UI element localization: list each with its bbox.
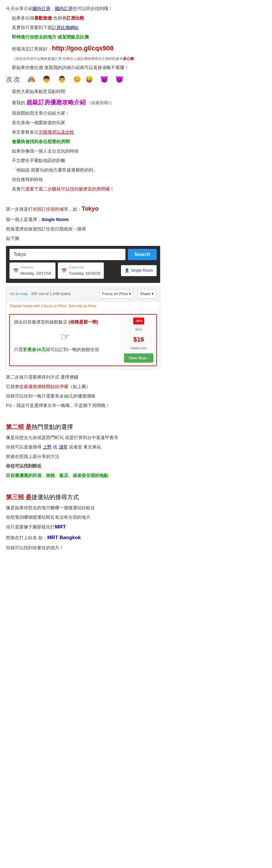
step2-p1: 第二步就只需要將排列方式 選擇價錢 — [6, 373, 266, 381]
p7: 當然大家如果願意花點時間 — [12, 87, 266, 95]
checkout-calendar-icon: 📅 — [61, 267, 67, 275]
search-row2: 📅 Check-in Monday, 10/17/16 📅 Check-out … — [9, 262, 157, 279]
old-price: $52 — [135, 326, 142, 333]
p11: 肯定要教各位怎樣搜尋以及比較 — [12, 128, 266, 136]
tip2-number: 第二招 是 — [6, 424, 31, 430]
focus-chevron-icon: ▾ — [129, 290, 131, 297]
search-widget: Search 📅 Check-in Monday, 10/17/16 📅 Che… — [6, 246, 160, 283]
hotels-toolbar: Go to map 587 out of 1,439 hotels Focus … — [6, 287, 160, 301]
hotel-price-green: 美金16元 — [27, 347, 46, 352]
tip2-p1: 像是你想去九份或是西門町玩 或是打算到台中逛逢甲夜市 — [6, 433, 266, 441]
step2-price: 16 — [64, 394, 69, 398]
price-source: Hotels.com — [131, 345, 147, 351]
p5-pain: 多心痛 — [123, 57, 134, 61]
p14: 不怎麼在乎重點地區的距離 — [12, 156, 266, 164]
p1: 如果各位很喜歡旅遊 也很會訂房比較 — [12, 14, 266, 22]
popular-note: Popular hotels with a focus on Price. So… — [6, 301, 160, 311]
tip2-p3: 然後在照我上面分享的方法 — [6, 453, 266, 460]
tip3-p2: 你想查詢哪個捷運站附近有沒有住宿的地方 — [6, 513, 266, 521]
tip3-title: 第三招 是捷運站的搜尋方式 — [6, 492, 266, 502]
hotel-count: 587 out of 1,439 hotels — [31, 290, 96, 297]
tip3-p5: 你就可以找到你要住的地方！ — [6, 544, 266, 552]
room-type-box[interactable]: 👤 Single Room — [121, 265, 157, 276]
p8-note: （很厲害哦!!） — [87, 100, 114, 105]
person-icon: 👤 — [125, 267, 129, 274]
p3: 即時進行你想去的地方 或某間飯店比價 — [12, 33, 266, 41]
hotel-desc: 只需要美金16元就可以訂到一晚的旅館住宿 — [14, 346, 116, 353]
hotels-panel: Go to map 587 out of 1,439 hotels Focus … — [6, 286, 160, 369]
share-chevron-icon: ▾ — [152, 290, 154, 297]
step1-intro: 第一步就是打你預訂住宿的城市，如：Tokyo — [6, 203, 266, 214]
view-deal-arrow-icon: › — [148, 356, 149, 360]
step1-single-room: Single Room — [42, 217, 69, 222]
checkout-info: Check-out Tuesday, 10/18/16 — [69, 265, 100, 277]
new-price: $16 — [133, 334, 144, 345]
step1-caption: 如下圖 — [6, 234, 266, 242]
search-row1: Search — [9, 249, 157, 260]
checkin-calendar-icon: 📅 — [13, 267, 19, 275]
step2-ps: PS：我這可是選擇東京市一晚哦，不是鄉下房間哦！ — [6, 401, 266, 409]
tip3-mrt-bangkok: MRT Bangkok — [47, 535, 81, 540]
step1-room: 我一個人是選擇：Single Room — [6, 215, 266, 223]
tip2-green: 目前最優惠的民宿、旅館、飯店、或者是住宿的地點 — [6, 473, 108, 478]
checkin-label: Check-in — [21, 265, 51, 270]
p11-red: 怎樣搜尋以及比較 — [38, 129, 74, 134]
step1-city-label: 你預訂住宿的城市 — [33, 207, 68, 212]
room-type-label: Single Room — [131, 267, 153, 274]
booking-site-link[interactable]: 訂房比價網站 — [52, 25, 79, 30]
p12: 會最快速找到各位想要的房間 — [12, 137, 266, 146]
p2: 其實你只需要到下面訂房比價網站 — [12, 23, 266, 31]
tip3-mrt: MRT — [55, 524, 66, 530]
search-button[interactable]: Search — [128, 249, 157, 260]
hotel-card: 跳出目前最便宜的旅館飯店 (你猜是那一間) ☞ 只需要美金16元就可以訂到一晚的… — [9, 314, 157, 366]
checkout-label: Check-out — [69, 265, 100, 270]
p10: 首先身為一個愛旅遊的玩家 — [12, 119, 266, 126]
p4: 然後決定訂房就好：http://goo.gl/cqs908 — [12, 42, 266, 54]
p6: 那如果你會比價 後面我的詳細介紹就可以直接省略不看囉！ — [12, 63, 266, 71]
focus-on-price-dropdown[interactable]: Focus on Price ▾ — [100, 289, 134, 299]
focus-label: Focus on Price — [102, 290, 128, 297]
step2-p2: 它就會從最優惠價格開始排序囉（如上圖） — [6, 382, 266, 391]
view-deal-label: View Deal — [129, 356, 146, 360]
p16: 你在搜尋的時候 — [12, 175, 266, 183]
tip3-p1: 像是如果你想去的地方離哪一個捷運站比較近 — [6, 504, 266, 512]
emoji-row: 次次 🙈 👦 👨 😊 😝 👿 😈 — [6, 74, 266, 85]
tip2-label: 熱門景點的選擇 — [31, 424, 73, 430]
tip2-p5: 目前最優惠的民宿、旅館、飯店、或者是住宿的地點 — [6, 471, 266, 479]
hand-point-icon: ☞ — [14, 328, 116, 346]
p15: 「例如說 我要玩的地方通常捷運都搭的到」 — [12, 166, 266, 174]
view-deal-button[interactable]: View Deal › — [124, 353, 153, 363]
p8-magenta: 超級訂房優惠攻略介紹 — [26, 99, 86, 105]
p1-red2: 訂房比較 — [66, 16, 84, 21]
step2-p3: 你就可以住到一晚只需要美金16元的優惠價格 — [6, 392, 266, 400]
tip2-p2: 你就可以直接搜尋 上野 或 淺草 或者是 東京車站 — [6, 443, 266, 451]
go-to-map-link[interactable]: Go to map — [10, 290, 28, 297]
p17: 其實只需要下面二步驟就可以找到最便宜的房間囉！ — [12, 185, 266, 193]
tip2-link1[interactable]: 上野 — [43, 444, 52, 450]
step1-tokyo: Tokyo — [82, 205, 99, 212]
checkin-date: Monday, 10/17/16 — [21, 270, 51, 277]
tip3-number: 第三招 是 — [6, 494, 31, 500]
checkout-box[interactable]: 📅 Check-out Tuesday, 10/18/16 — [58, 262, 104, 279]
tip3-p4: 然後在打上站名 如：MRT Bangkok — [6, 533, 266, 542]
p5-note: （現在這年頭不比價就直接訂房 你會往上面比價後感受到之前的吃虧有多心痛） — [12, 56, 266, 62]
tip2-link2[interactable]: 淺草 — [59, 444, 67, 450]
intro-text: 今天分享介紹國外訂房，國內訂房也可以同步找到哦！ — [6, 4, 266, 12]
discount-badge: -49% — [133, 317, 144, 324]
booking-url[interactable]: http://goo.gl/cqs908 — [52, 44, 114, 52]
p3-green: 即時進行你想去的地方 或某間飯店比價 — [12, 34, 89, 39]
tip2-title: 第二招 是熱門景點的選擇 — [6, 422, 266, 432]
checkin-info: Check-in Monday, 10/17/16 — [21, 265, 51, 277]
p13: 如果你像我一個人去台北玩的時候 — [12, 147, 266, 155]
step2-red: 從最優惠價格開始排序囉 — [19, 384, 68, 389]
tip3-label: 捷運站的搜尋方式 — [31, 494, 79, 500]
hotel-title: 跳出目前最便宜的旅館飯店 (你猜是那一間) — [14, 318, 116, 326]
checkin-box[interactable]: 📅 Check-in Monday, 10/17/16 — [9, 262, 55, 279]
hotel-card-right: -49% $52 $16 Hotels.com View Deal › — [121, 315, 156, 366]
share-button[interactable]: Share ▾ — [137, 289, 156, 299]
checkout-date: Tuesday, 10/18/16 — [69, 270, 100, 277]
p1-red: 喜歡旅遊 — [34, 16, 52, 21]
hotel-card-left: 跳出目前最便宜的旅館飯店 (你猜是那一間) ☞ 只需要美金16元就可以訂到一晚的… — [10, 315, 121, 366]
tip2-p4-bold: 你也可以找到附近 — [6, 463, 42, 468]
search-city-input[interactable] — [9, 249, 126, 260]
